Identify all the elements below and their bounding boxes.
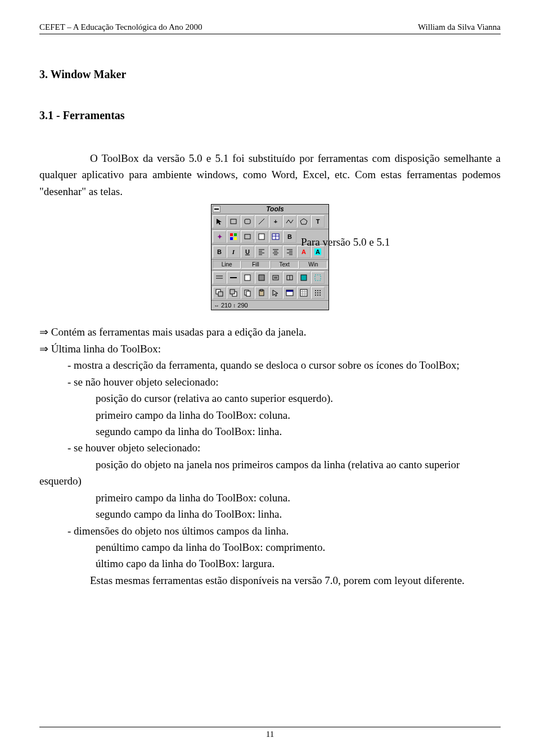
svg-point-55 bbox=[317, 292, 318, 293]
svg-rect-43 bbox=[260, 289, 263, 291]
svg-rect-5 bbox=[230, 237, 233, 240]
header-left: CEFET – A Educação Tecnológica do Ano 20… bbox=[39, 22, 202, 32]
svg-rect-4 bbox=[234, 233, 237, 236]
p4: - se não houver objeto selecionado: bbox=[39, 374, 501, 390]
pointer2-icon[interactable] bbox=[269, 287, 282, 299]
dot-grid-icon[interactable] bbox=[311, 287, 325, 299]
italic-icon[interactable]: I bbox=[227, 246, 240, 258]
p9b: esquerdo) bbox=[39, 473, 501, 489]
svg-rect-46 bbox=[300, 289, 307, 296]
svg-point-53 bbox=[320, 290, 321, 291]
label-line: Line bbox=[213, 261, 241, 269]
toolbox-section-labels: Line Fill Text Win bbox=[212, 260, 328, 270]
grid-pattern-icon[interactable] bbox=[297, 287, 310, 299]
wizard-icon[interactable]: ✦ bbox=[213, 230, 226, 243]
svg-point-56 bbox=[320, 292, 321, 293]
bold-b-icon[interactable]: B bbox=[283, 230, 296, 243]
svg-line-2 bbox=[259, 219, 264, 224]
svg-rect-7 bbox=[245, 234, 250, 239]
toolbox-row-style-1 bbox=[212, 270, 328, 286]
pointer-icon[interactable] bbox=[213, 215, 226, 228]
paste-icon[interactable] bbox=[255, 287, 268, 299]
plus-icon[interactable]: + bbox=[269, 215, 282, 228]
line-style-1-icon[interactable] bbox=[213, 271, 226, 284]
underline-icon[interactable]: U bbox=[241, 246, 254, 258]
svg-rect-39 bbox=[230, 289, 235, 294]
svg-rect-0 bbox=[231, 219, 236, 224]
text-tool-icon[interactable]: T bbox=[311, 215, 325, 228]
svg-rect-6 bbox=[234, 237, 237, 240]
label-text: Text bbox=[271, 261, 299, 269]
svg-point-57 bbox=[315, 295, 316, 296]
label-fill: Fill bbox=[241, 261, 269, 269]
toolbox-row-tools-1: + T bbox=[212, 214, 328, 229]
p8: - se houver objeto selecionado: bbox=[39, 440, 501, 456]
align-right-icon[interactable] bbox=[283, 246, 296, 258]
text-frame-icon[interactable] bbox=[269, 271, 282, 284]
svg-rect-27 bbox=[245, 275, 250, 280]
grid-dialog-icon[interactable] bbox=[269, 230, 282, 243]
button3d-icon[interactable] bbox=[241, 230, 254, 243]
label-win: Win bbox=[299, 261, 327, 269]
svg-rect-1 bbox=[245, 219, 250, 224]
svg-rect-35 bbox=[315, 275, 321, 280]
svg-point-54 bbox=[315, 292, 316, 293]
arrow-down-icon: ↕ bbox=[233, 302, 236, 309]
line-style-2-icon[interactable] bbox=[227, 271, 240, 284]
system-menu-icon[interactable] bbox=[213, 206, 220, 212]
svg-rect-28 bbox=[259, 275, 264, 280]
align-center-icon[interactable] bbox=[269, 246, 282, 258]
toolbox-title: Tools bbox=[223, 205, 327, 213]
win-style-2-icon[interactable] bbox=[311, 271, 325, 284]
p9: posição do objeto na janela nos primeiro… bbox=[39, 456, 501, 473]
send-back-icon[interactable] bbox=[213, 287, 226, 299]
status-y: 290 bbox=[237, 302, 248, 309]
bring-front-icon[interactable] bbox=[227, 287, 240, 299]
figure-caption: Para versão 5.0 e 5.1 bbox=[301, 236, 390, 248]
p13: penúltimo campo da linha do ToolBox: com… bbox=[39, 539, 501, 555]
bold-icon[interactable]: B bbox=[213, 246, 226, 258]
copy-icon[interactable] bbox=[241, 287, 254, 299]
p1: ⇒ Contém as ferramentas mais usadas para… bbox=[39, 324, 501, 340]
panel-icon[interactable] bbox=[255, 230, 268, 243]
intro-paragraph: O ToolBox da versão 5.0 e 5.1 foi substi… bbox=[39, 150, 501, 200]
page-header: CEFET – A Educação Tecnológica do Ano 20… bbox=[39, 22, 501, 32]
svg-rect-29 bbox=[273, 275, 278, 280]
svg-rect-3 bbox=[230, 233, 233, 236]
polyline-icon[interactable] bbox=[283, 215, 296, 228]
p10: primeiro campo da linha do ToolBox: colu… bbox=[39, 490, 501, 506]
p6: primeiro campo da linha do ToolBox: colu… bbox=[39, 407, 501, 423]
line-icon[interactable] bbox=[255, 215, 268, 228]
toolbox-titlebar: Tools bbox=[212, 205, 328, 214]
polygon-icon[interactable] bbox=[297, 215, 310, 228]
rectangle-icon[interactable] bbox=[227, 215, 240, 228]
toolbox-row-style-2 bbox=[212, 286, 328, 301]
svg-point-58 bbox=[317, 295, 318, 296]
heading-sub: 3.1 - Ferramentas bbox=[39, 109, 501, 122]
rounded-rect-icon[interactable] bbox=[241, 215, 254, 228]
text-frame-2-icon[interactable] bbox=[283, 271, 296, 284]
svg-rect-34 bbox=[301, 275, 307, 280]
p12: - dimensões do objeto nos últimos campos… bbox=[39, 523, 501, 539]
align-left-icon[interactable] bbox=[255, 246, 268, 258]
color-grid-icon[interactable] bbox=[227, 230, 240, 243]
status-x: 210 bbox=[221, 302, 231, 309]
p5: posição do cursor (relativa ao canto sup… bbox=[39, 390, 501, 406]
footer-rule bbox=[39, 727, 501, 727]
heading-main: 3. Window Maker bbox=[39, 68, 501, 81]
fill-style-1-icon[interactable] bbox=[241, 271, 254, 284]
fill-style-2-icon[interactable] bbox=[255, 271, 268, 284]
toolbox-window: Tools + T ✦ B bbox=[211, 204, 329, 310]
p11: segundo campo da linha do ToolBox: linha… bbox=[39, 506, 501, 522]
svg-rect-37 bbox=[218, 292, 223, 296]
svg-point-52 bbox=[317, 290, 318, 291]
window-layout-icon[interactable] bbox=[283, 287, 296, 299]
page-number: 11 bbox=[39, 730, 501, 739]
header-right: William da Silva Vianna bbox=[418, 22, 501, 32]
p3: - mostra a descrição da ferramenta, quan… bbox=[39, 357, 501, 373]
arrow-right-icon: ↔ bbox=[214, 302, 219, 309]
p9-prefix: posição do objeto na janela nos primeiro… bbox=[96, 459, 460, 470]
svg-rect-8 bbox=[259, 234, 264, 239]
win-style-1-icon[interactable] bbox=[297, 271, 310, 284]
p14: último capo da linha do ToolBox: largura… bbox=[39, 555, 501, 572]
